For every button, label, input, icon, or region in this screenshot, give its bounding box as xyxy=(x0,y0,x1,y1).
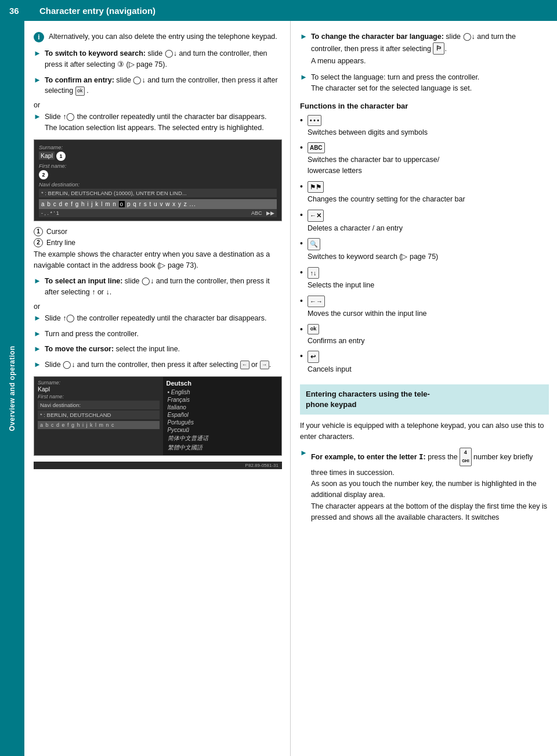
function-item-search: • 🔍 Switches to keyword search (▷ page 7… xyxy=(300,238,549,262)
bullet-dot: • xyxy=(300,238,303,249)
updown-icon: ↑↓ xyxy=(308,267,319,279)
bullet-dot: • xyxy=(300,351,303,361)
body-para-1: The example shows the character entry wh… xyxy=(34,249,282,272)
page-title: Character entry (navigation) xyxy=(39,6,155,16)
screen2-navi-value: * : BERLIN, DEUTSCHLAND xyxy=(38,411,160,419)
or-label: or xyxy=(34,101,282,109)
function-item-dots: • • • • Switches between digits and symb… xyxy=(300,115,549,138)
screen2-lang-panel: Deutsch • English Français Italiano Espa… xyxy=(163,377,281,455)
dots-icon: • • • xyxy=(308,115,321,126)
screen-surname-value: Kapl 1 xyxy=(39,152,277,161)
item-text: Slide ↑◯ the controller repeatedly until… xyxy=(45,111,267,134)
screen-bottom-bar: - , . * ' 1 ABC ▶▶ xyxy=(39,209,277,217)
list-item: ► Slide ↑◯ the controller repeatedly unt… xyxy=(34,111,282,134)
caption-num-2: 2 xyxy=(34,238,43,247)
info-icon: i xyxy=(34,32,44,42)
flag-func-icon: ⚑⚑ xyxy=(308,181,324,193)
badge-2: 2 xyxy=(39,170,48,179)
function-item-backspace: • ←✕ Deletes a character / an entry xyxy=(300,210,549,233)
item-bold: To change the character bar language: xyxy=(311,33,444,41)
ok-icon: ok xyxy=(75,87,85,96)
right-item-text: To select the language: turn and press t… xyxy=(311,72,479,95)
backspace-icon: ←✕ xyxy=(308,210,324,222)
key-4-icon: 4 GHI xyxy=(460,448,471,466)
bullet-dot: • xyxy=(300,210,303,220)
right-column: ► To change the character bar language: … xyxy=(291,21,557,756)
screen2-lang-header: Deutsch xyxy=(167,380,278,387)
screen2-charbar: a b c d e f g h i j k l m n c xyxy=(38,421,160,429)
list-item: ► To select an input line: slide ◯↓ and … xyxy=(34,276,282,298)
lang-item-english: • English xyxy=(167,388,278,396)
left-arrow-icon: ← xyxy=(240,361,249,370)
function-content: ↩ Cancels input xyxy=(308,351,352,375)
screen2-left-panel: Surname: Kapl First name: Navi destinati… xyxy=(34,377,163,455)
function-item-abc: • ABC Switches the character bar to uppe… xyxy=(300,142,549,177)
right-list-item: ► To change the character bar language: … xyxy=(300,31,549,67)
header-bar: 36 Character entry (navigation) xyxy=(0,0,557,21)
right-arrow-icon: → xyxy=(260,361,269,370)
right-arrow-icon: ► xyxy=(300,32,308,41)
list-item: ► To switch to keyword search: slide ◯↓ … xyxy=(34,48,282,70)
item-text: To select an input line: slide ◯↓ and tu… xyxy=(45,276,282,298)
screen2-firstname-label: First name: xyxy=(38,394,160,399)
arrow-icon: ► xyxy=(34,360,41,369)
function-item-flag: • ⚑⚑ Changes the country setting for the… xyxy=(300,181,549,205)
bullet-dot: • xyxy=(300,267,303,278)
screen-surname-label: Surname: xyxy=(39,143,277,150)
main-content: i Alternatively, you can also delete the… xyxy=(24,21,557,756)
search-func-icon: 🔍 xyxy=(308,238,320,250)
charbar-selected: o xyxy=(119,201,125,207)
caption-text-2: Entry line xyxy=(46,239,75,247)
lang-item-chinese-traditional: 繁體中文國語 xyxy=(167,443,278,452)
item-bold: To confirm an entry: xyxy=(45,76,114,84)
function-content: ↑↓ Selects the input line xyxy=(308,267,374,291)
lang-item-espanol: Español xyxy=(167,411,278,419)
screen2-surname-value: Kapl xyxy=(38,386,160,393)
right-item-text: To change the character bar language: sl… xyxy=(311,31,549,67)
page-layout: Overview and operation i Alternatively, … xyxy=(0,21,557,756)
function-content: ←✕ Deletes a character / an entry xyxy=(308,210,403,233)
page-number: 36 xyxy=(9,6,26,16)
screen-navi-label: Navi destination: xyxy=(39,181,277,188)
right-arrow-icon: ► xyxy=(300,448,308,457)
bullet-dot: • xyxy=(300,115,303,125)
screen2-navi-label: Navi destination: xyxy=(38,401,160,409)
or-label-2: or xyxy=(34,303,282,311)
left-column: i Alternatively, you can also delete the… xyxy=(24,21,291,756)
right-item-text: For example, to enter the letter I: pres… xyxy=(311,448,549,524)
function-content: • • • Switches between digits and symbol… xyxy=(308,115,428,138)
function-item-leftright: • ←→ Moves the cursor within the input l… xyxy=(300,296,549,319)
back-icon: ↩ xyxy=(308,351,319,363)
bullet-dot: • xyxy=(300,181,303,192)
arrow-icon: ► xyxy=(34,112,41,121)
screen-firstname-value: 2 xyxy=(39,170,277,179)
list-item: ► To confirm an entry: slide ◯↓ and turn… xyxy=(34,75,282,97)
arrow-icon: ► xyxy=(34,276,41,285)
right-arrow-icon: ► xyxy=(300,73,308,81)
lang-item-russian: Русский xyxy=(167,426,278,434)
info-text: Alternatively, you can also delete the e… xyxy=(49,31,277,42)
arrow-icon: ► xyxy=(34,329,41,338)
item-text: Slide ◯↓ and turn the controller, then p… xyxy=(45,359,271,370)
arrow-icon: ► xyxy=(34,75,41,84)
lang-item-portugues: Português xyxy=(167,419,278,426)
item-text: Turn and press the controller. xyxy=(45,329,139,340)
caption-num-1: 1 xyxy=(34,227,43,236)
function-content: ok Confirms an entry xyxy=(308,324,365,346)
item-text: To switch to keyword search: slide ◯↓ an… xyxy=(45,48,282,70)
list-item: ► Slide ◯↓ and turn the controller, then… xyxy=(34,359,282,370)
badge-1: 1 xyxy=(56,152,66,161)
ok-func-icon: ok xyxy=(308,324,319,334)
arrow-icon: ► xyxy=(34,344,41,353)
list-item: ► Turn and press the controller. xyxy=(34,329,282,340)
lang-item-francais: Français xyxy=(167,396,278,404)
caption-text-1: Cursor xyxy=(46,228,67,236)
item-bold: To switch to keyword search: xyxy=(45,49,146,57)
function-content: ⚑⚑ Changes the country setting for the c… xyxy=(308,181,465,205)
arrow-icon: ► xyxy=(34,314,41,322)
bullet-dot: • xyxy=(300,324,303,334)
function-item-cancel: • ↩ Cancels input xyxy=(300,351,549,375)
item-text: To move the cursor: select the input lin… xyxy=(45,344,180,355)
tele-section-box: Entering characters using the tele-phone… xyxy=(300,384,549,415)
function-item-ok: • ok Confirms an entry xyxy=(300,324,549,346)
